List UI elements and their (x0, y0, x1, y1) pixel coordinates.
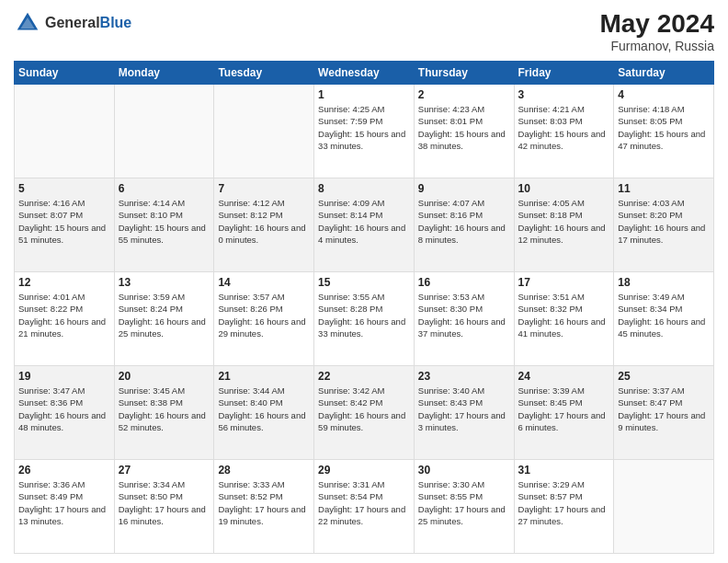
day-info: Sunrise: 4:23 AM Sunset: 8:01 PM Dayligh… (418, 103, 510, 152)
table-row: 28Sunrise: 3:33 AM Sunset: 8:52 PM Dayli… (214, 460, 314, 554)
day-number: 8 (318, 182, 410, 195)
table-row: 25Sunrise: 3:37 AM Sunset: 8:47 PM Dayli… (614, 366, 714, 460)
table-row: 10Sunrise: 4:05 AM Sunset: 8:18 PM Dayli… (514, 178, 614, 272)
day-number: 21 (218, 370, 310, 383)
day-number: 10 (518, 182, 610, 195)
day-info: Sunrise: 3:53 AM Sunset: 8:30 PM Dayligh… (418, 291, 510, 339)
day-info: Sunrise: 4:25 AM Sunset: 7:59 PM Dayligh… (318, 103, 410, 152)
day-info: Sunrise: 4:05 AM Sunset: 8:18 PM Dayligh… (518, 197, 610, 246)
day-number: 20 (119, 370, 210, 383)
table-row: 11Sunrise: 4:03 AM Sunset: 8:20 PM Dayli… (614, 178, 714, 272)
day-info: Sunrise: 3:33 AM Sunset: 8:52 PM Dayligh… (218, 478, 310, 527)
day-info: Sunrise: 3:59 AM Sunset: 8:24 PM Dayligh… (119, 291, 210, 339)
day-info: Sunrise: 3:39 AM Sunset: 8:45 PM Dayligh… (518, 385, 610, 433)
table-row: 1Sunrise: 4:25 AM Sunset: 7:59 PM Daylig… (314, 85, 415, 178)
table-row: 24Sunrise: 3:39 AM Sunset: 8:45 PM Dayli… (514, 366, 614, 460)
day-number: 11 (618, 182, 710, 195)
table-row: 2Sunrise: 4:23 AM Sunset: 8:01 PM Daylig… (414, 85, 514, 178)
table-row: 22Sunrise: 3:42 AM Sunset: 8:42 PM Dayli… (314, 366, 415, 460)
day-info: Sunrise: 4:16 AM Sunset: 8:07 PM Dayligh… (18, 197, 110, 246)
table-row: 6Sunrise: 4:14 AM Sunset: 8:10 PM Daylig… (114, 178, 214, 272)
day-info: Sunrise: 4:14 AM Sunset: 8:10 PM Dayligh… (119, 197, 210, 246)
day-info: Sunrise: 3:42 AM Sunset: 8:42 PM Dayligh… (318, 385, 410, 433)
logo-general: General (45, 16, 100, 30)
day-number: 31 (518, 464, 610, 477)
day-info: Sunrise: 3:30 AM Sunset: 8:55 PM Dayligh… (418, 478, 510, 527)
day-info: Sunrise: 4:21 AM Sunset: 8:03 PM Dayligh… (518, 103, 610, 152)
header-friday: Friday (514, 62, 614, 85)
table-row: 19Sunrise: 3:47 AM Sunset: 8:36 PM Dayli… (15, 366, 115, 460)
sub-title: Furmanov, Russia (599, 39, 714, 53)
day-number: 1 (318, 88, 410, 101)
day-info: Sunrise: 3:40 AM Sunset: 8:43 PM Dayligh… (418, 385, 510, 433)
day-info: Sunrise: 4:07 AM Sunset: 8:16 PM Dayligh… (418, 197, 510, 246)
day-info: Sunrise: 3:57 AM Sunset: 8:26 PM Dayligh… (218, 291, 310, 339)
header-monday: Monday (114, 62, 214, 85)
day-number: 26 (18, 464, 110, 477)
table-row: 7Sunrise: 4:12 AM Sunset: 8:12 PM Daylig… (214, 178, 314, 272)
weekday-header-row: Sunday Monday Tuesday Wednesday Thursday… (15, 62, 714, 85)
day-number: 27 (119, 464, 210, 477)
header-tuesday: Tuesday (214, 62, 314, 85)
table-row: 18Sunrise: 3:49 AM Sunset: 8:34 PM Dayli… (614, 272, 714, 366)
day-number: 23 (418, 370, 510, 383)
day-number: 6 (119, 182, 210, 195)
day-number: 15 (318, 276, 410, 289)
day-info: Sunrise: 4:18 AM Sunset: 8:05 PM Dayligh… (618, 103, 710, 152)
title-block: May 2024 Furmanov, Russia (599, 9, 714, 53)
table-row: 26Sunrise: 3:36 AM Sunset: 8:49 PM Dayli… (15, 460, 115, 554)
table-row: 30Sunrise: 3:30 AM Sunset: 8:55 PM Dayli… (414, 460, 514, 554)
day-info: Sunrise: 3:31 AM Sunset: 8:54 PM Dayligh… (318, 478, 410, 527)
day-number: 28 (218, 464, 310, 477)
day-number: 14 (218, 276, 310, 289)
calendar: Sunday Monday Tuesday Wednesday Thursday… (14, 61, 714, 554)
table-row (114, 85, 214, 178)
table-row: 8Sunrise: 4:09 AM Sunset: 8:14 PM Daylig… (314, 178, 415, 272)
table-row: 12Sunrise: 4:01 AM Sunset: 8:22 PM Dayli… (15, 272, 115, 366)
main-title: May 2024 (599, 9, 714, 39)
day-number: 22 (318, 370, 410, 383)
day-info: Sunrise: 3:45 AM Sunset: 8:38 PM Dayligh… (119, 385, 210, 433)
header-thursday: Thursday (414, 62, 514, 85)
table-row: 15Sunrise: 3:55 AM Sunset: 8:28 PM Dayli… (314, 272, 415, 366)
day-info: Sunrise: 3:29 AM Sunset: 8:57 PM Dayligh… (518, 478, 610, 527)
calendar-week-row: 26Sunrise: 3:36 AM Sunset: 8:49 PM Dayli… (15, 460, 714, 554)
day-number: 4 (618, 88, 710, 101)
day-number: 19 (18, 370, 110, 383)
day-info: Sunrise: 3:55 AM Sunset: 8:28 PM Dayligh… (318, 291, 410, 339)
day-number: 12 (18, 276, 110, 289)
table-row: 29Sunrise: 3:31 AM Sunset: 8:54 PM Dayli… (314, 460, 415, 554)
day-info: Sunrise: 3:47 AM Sunset: 8:36 PM Dayligh… (18, 385, 110, 433)
table-row (15, 85, 115, 178)
day-info: Sunrise: 3:37 AM Sunset: 8:47 PM Dayligh… (618, 385, 710, 433)
calendar-week-row: 19Sunrise: 3:47 AM Sunset: 8:36 PM Dayli… (15, 366, 714, 460)
day-number: 25 (618, 370, 710, 383)
header-sunday: Sunday (15, 62, 115, 85)
header-saturday: Saturday (614, 62, 714, 85)
day-number: 3 (518, 88, 610, 101)
calendar-week-row: 12Sunrise: 4:01 AM Sunset: 8:22 PM Dayli… (15, 272, 714, 366)
table-row: 3Sunrise: 4:21 AM Sunset: 8:03 PM Daylig… (514, 85, 614, 178)
day-info: Sunrise: 3:51 AM Sunset: 8:32 PM Dayligh… (518, 291, 610, 339)
logo-text: General Blue (45, 16, 131, 30)
day-info: Sunrise: 3:44 AM Sunset: 8:40 PM Dayligh… (218, 385, 310, 433)
table-row (214, 85, 314, 178)
table-row (614, 460, 714, 554)
day-info: Sunrise: 4:03 AM Sunset: 8:20 PM Dayligh… (618, 197, 710, 246)
logo-icon (14, 9, 41, 37)
page: General Blue May 2024 Furmanov, Russia S… (0, 0, 728, 563)
table-row: 20Sunrise: 3:45 AM Sunset: 8:38 PM Dayli… (114, 366, 214, 460)
table-row: 23Sunrise: 3:40 AM Sunset: 8:43 PM Dayli… (414, 366, 514, 460)
day-info: Sunrise: 3:49 AM Sunset: 8:34 PM Dayligh… (618, 291, 710, 339)
day-number: 24 (518, 370, 610, 383)
day-number: 29 (318, 464, 410, 477)
day-info: Sunrise: 4:09 AM Sunset: 8:14 PM Dayligh… (318, 197, 410, 246)
calendar-week-row: 1Sunrise: 4:25 AM Sunset: 7:59 PM Daylig… (15, 85, 714, 178)
day-number: 16 (418, 276, 510, 289)
day-number: 7 (218, 182, 310, 195)
table-row: 27Sunrise: 3:34 AM Sunset: 8:50 PM Dayli… (114, 460, 214, 554)
day-number: 18 (618, 276, 710, 289)
logo: General Blue (14, 9, 131, 37)
table-row: 14Sunrise: 3:57 AM Sunset: 8:26 PM Dayli… (214, 272, 314, 366)
day-number: 5 (18, 182, 110, 195)
